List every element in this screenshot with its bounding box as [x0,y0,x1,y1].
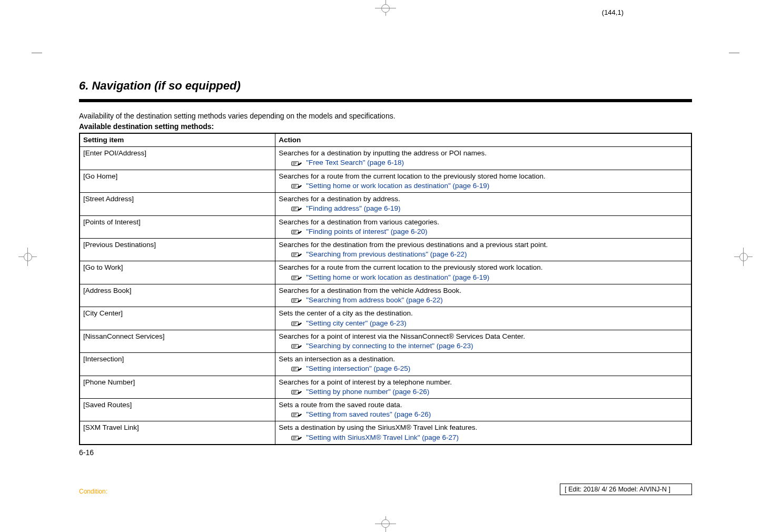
action-text: Sets an intersection as a destination. [279,355,395,363]
action-text: Searches for a point of interest by a te… [279,378,452,386]
cross-reference: "Setting home or work location as destin… [291,181,688,191]
cross-reference: "Finding points of interest" (page 6-20) [291,227,688,237]
action-text: Searches for a destination from various … [279,218,439,226]
cell-setting-item: [SXM Travel Link] [80,421,275,445]
condition-label: Condition: [79,488,107,495]
reference-link[interactable]: "Setting from saved routes" (page 6-26) [306,410,431,419]
table-caption: Available destination setting methods: [79,122,692,131]
table-row: [NissanConnect Services] Searches for a … [80,330,691,352]
cell-setting-item: [Street Address] [80,193,275,215]
reference-link[interactable]: "Setting home or work location as destin… [306,181,489,191]
cell-setting-item: [Saved Routes] [80,399,275,421]
cell-action: Searches for a destination by inputting … [275,147,691,170]
reference-link[interactable]: "Setting city center" (page 6-23) [306,319,406,328]
cell-action: Searches for the destination from the pr… [275,238,691,261]
cell-action: Searches for a point of interest via the… [275,330,691,352]
cell-setting-item: [City Center] [80,307,275,330]
action-text: Sets a route from the saved route data. [279,401,402,409]
reference-link[interactable]: "Setting home or work location as destin… [306,273,489,282]
cross-reference: "Searching from address book" (page 6-22… [291,295,688,305]
cell-setting-item: [Phone Number] [80,376,275,398]
reference-hand-icon [291,251,303,258]
settings-table: Setting item Action [Enter POI/Address] … [79,133,692,445]
setting-item-text: [Street Address] [83,195,134,203]
cell-setting-item: [NissanConnect Services] [80,330,275,352]
section-rule [79,99,692,102]
edit-info-text: Edit: 2018/ 4/ 26 Model: AIVINJ-N [568,486,667,493]
cell-setting-item: [Enter POI/Address] [80,147,275,170]
reference-link[interactable]: "Free Text Search" (page 6-18) [306,158,404,168]
setting-item-text: [Saved Routes] [83,401,132,409]
cell-setting-item: [Points of Interest] [80,215,275,238]
table-row: [Enter POI/Address] Searches for a desti… [80,147,691,170]
reference-hand-icon [291,228,303,235]
cell-action: Searches for a point of interest by a te… [275,376,691,398]
header-action: Action [275,133,691,147]
action-text: Searches for a destination from the vehi… [279,287,461,294]
reference-link[interactable]: "Finding points of interest" (page 6-20) [306,227,427,237]
action-text: Searches for a destination by address. [279,195,400,203]
setting-item-text: [Go Home] [83,172,117,180]
cell-action: Searches for a route from the current lo… [275,170,691,192]
cross-reference: "Finding address" (page 6-19) [291,204,688,213]
cell-action: Searches for a destination from various … [275,215,691,238]
setting-item-text: [Enter POI/Address] [83,149,146,157]
reference-hand-icon [291,160,303,167]
setting-item-text: [Points of Interest] [83,218,141,226]
cell-action: Searches for a destination by address. "… [275,193,691,215]
cross-reference: "Setting city center" (page 6-23) [291,319,688,328]
page-number: 6-16 [79,448,692,457]
cross-reference: "Searching by connecting to the internet… [291,341,688,351]
action-text: Sets the center of a city as the destina… [279,309,412,317]
cell-setting-item: [Address Book] [80,284,275,307]
reference-hand-icon [291,182,303,190]
reference-hand-icon [291,320,303,327]
action-text: Sets a destination by using the SiriusXM… [279,423,477,431]
cross-reference: "Setting home or work location as destin… [291,273,688,282]
page-footer: Condition: [ Edit: 2018/ 4/ 26 Model: AI… [79,484,692,495]
page-coordinate: (144,1) [602,8,624,16]
table-row: [SXM Travel Link] Sets a destination by … [80,421,691,445]
action-text: Searches for a route from the current lo… [279,172,546,180]
reference-hand-icon [291,342,303,350]
cell-setting-item: [Go Home] [80,170,275,192]
section-title: 6. Navigation (if so equipped) [79,79,692,93]
table-row: [Street Address] Searches for a destinat… [80,193,691,215]
page-content: 6. Navigation (if so equipped) Availabil… [79,79,692,457]
reference-link[interactable]: "Setting intersection" (page 6-25) [306,364,410,373]
action-text: Searches for a route from the current lo… [279,263,542,271]
cell-setting-item: [Previous Destinations] [80,238,275,261]
registration-mark-left [18,248,37,266]
setting-item-text: [Previous Destinations] [83,241,156,249]
cell-action: Searches for a route from the current lo… [275,261,691,284]
setting-item-text: [Go to Work] [83,263,123,271]
reference-hand-icon [291,297,303,304]
reference-link[interactable]: "Setting with SiriusXM® Travel Link" (pa… [306,433,459,442]
table-row: [Go Home] Searches for a route from the … [80,170,691,192]
cell-action: Searches for a destination from the vehi… [275,284,691,307]
setting-item-text: [SXM Travel Link] [83,423,139,431]
setting-item-text: [City Center] [83,309,123,317]
cell-action: Sets an intersection as a destination. "… [275,353,691,376]
table-header-row: Setting item Action [80,133,691,147]
cross-reference: "Setting intersection" (page 6-25) [291,364,688,373]
reference-link[interactable]: "Searching by connecting to the internet… [306,341,473,351]
action-text: Searches for a destination by inputting … [279,149,487,157]
reference-link[interactable]: "Searching from address book" (page 6-22… [306,295,442,305]
registration-mark-right [734,248,753,266]
header-setting-item: Setting item [80,133,275,147]
reference-link[interactable]: "Searching from previous destinations" (… [306,250,467,259]
cell-action: Sets the center of a city as the destina… [275,307,691,330]
reference-link[interactable]: "Finding address" (page 6-19) [306,204,400,213]
setting-item-text: [Address Book] [83,287,132,294]
reference-hand-icon [291,411,303,418]
cross-reference: "Setting by phone number" (page 6-26) [291,387,688,397]
reference-link[interactable]: "Setting by phone number" (page 6-26) [306,387,429,397]
action-text: Searches for the destination from the pr… [279,241,548,249]
cross-reference: "Setting from saved routes" (page 6-26) [291,410,688,419]
table-row: [Intersection] Sets an intersection as a… [80,353,691,376]
edit-info-box: [ Edit: 2018/ 4/ 26 Model: AIVINJ-N ] [560,484,692,495]
crop-mark-bottom [370,516,401,532]
cell-setting-item: [Go to Work] [80,261,275,284]
reference-hand-icon [291,434,303,441]
